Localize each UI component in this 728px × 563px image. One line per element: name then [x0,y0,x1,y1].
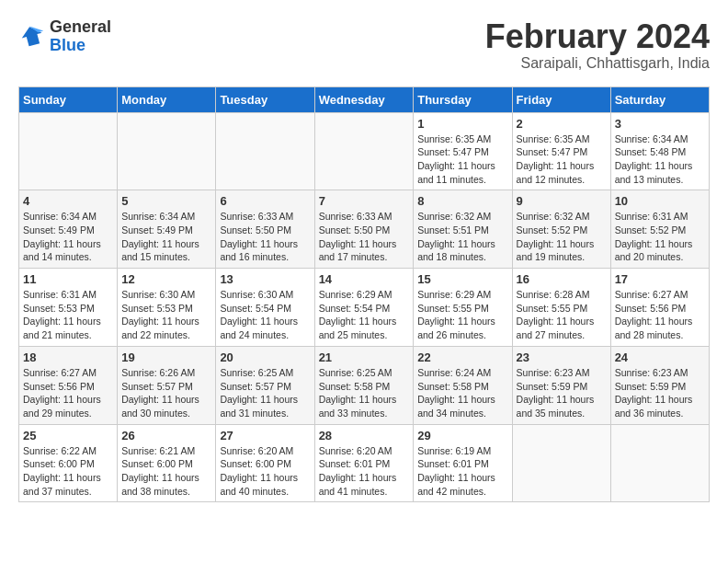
weekday-header-saturday: Saturday [610,86,709,112]
day-number: 19 [121,350,211,364]
calendar-cell: 5Sunrise: 6:34 AM Sunset: 5:49 PM Daylig… [118,190,216,269]
weekday-header-sunday: Sunday [19,86,118,112]
calendar-cell [512,424,610,502]
day-info: Sunrise: 6:22 AM Sunset: 6:00 PM Dayligh… [23,444,113,499]
day-number: 8 [417,194,507,208]
day-number: 9 [517,194,607,208]
day-number: 15 [417,272,507,286]
day-number: 26 [121,429,211,442]
weekday-header-wednesday: Wednesday [314,86,414,112]
day-info: Sunrise: 6:33 AM Sunset: 5:50 PM Dayligh… [319,210,410,264]
calendar-cell: 3Sunrise: 6:34 AM Sunset: 5:48 PM Daylig… [610,112,709,190]
calendar-header-row: SundayMondayTuesdayWednesdayThursdayFrid… [19,86,710,112]
calendar-cell: 1Sunrise: 6:35 AM Sunset: 5:47 PM Daylig… [414,112,512,190]
day-number: 27 [220,429,310,442]
calendar-cell: 9Sunrise: 6:32 AM Sunset: 5:52 PM Daylig… [512,190,610,269]
calendar-week-row: 18Sunrise: 6:27 AM Sunset: 5:56 PM Dayli… [19,346,710,424]
calendar-cell: 12Sunrise: 6:30 AM Sunset: 5:53 PM Dayli… [118,269,216,347]
day-number: 28 [319,429,410,442]
calendar-cell: 11Sunrise: 6:31 AM Sunset: 5:53 PM Dayli… [19,269,118,347]
day-number: 12 [121,272,211,286]
day-number: 11 [23,272,113,286]
day-number: 14 [319,272,410,286]
day-info: Sunrise: 6:30 AM Sunset: 5:54 PM Dayligh… [220,288,310,342]
calendar-cell: 4Sunrise: 6:34 AM Sunset: 5:49 PM Daylig… [19,190,118,269]
location-subtitle: Saraipali, Chhattisgarh, India [485,55,710,72]
day-info: Sunrise: 6:29 AM Sunset: 5:55 PM Dayligh… [417,288,507,342]
day-info: Sunrise: 6:26 AM Sunset: 5:57 PM Dayligh… [121,366,211,420]
weekday-header-monday: Monday [118,86,216,112]
calendar-cell: 10Sunrise: 6:31 AM Sunset: 5:52 PM Dayli… [610,190,709,269]
day-info: Sunrise: 6:28 AM Sunset: 5:55 PM Dayligh… [517,288,607,342]
day-info: Sunrise: 6:32 AM Sunset: 5:51 PM Dayligh… [417,210,507,264]
calendar-cell: 28Sunrise: 6:20 AM Sunset: 6:01 PM Dayli… [314,424,414,502]
day-number: 13 [220,272,310,286]
day-info: Sunrise: 6:25 AM Sunset: 5:58 PM Dayligh… [319,366,410,420]
day-number: 17 [615,272,705,286]
day-info: Sunrise: 6:34 AM Sunset: 5:49 PM Dayligh… [121,210,211,264]
day-info: Sunrise: 6:35 AM Sunset: 5:47 PM Dayligh… [517,132,607,187]
calendar-cell: 8Sunrise: 6:32 AM Sunset: 5:51 PM Daylig… [414,190,512,269]
day-number: 21 [319,350,410,364]
day-info: Sunrise: 6:25 AM Sunset: 5:57 PM Dayligh… [220,366,310,420]
calendar-cell: 13Sunrise: 6:30 AM Sunset: 5:54 PM Dayli… [216,269,314,347]
day-number: 7 [319,194,410,208]
calendar-cell [216,112,314,190]
calendar-week-row: 11Sunrise: 6:31 AM Sunset: 5:53 PM Dayli… [19,269,710,347]
weekday-header-tuesday: Tuesday [216,86,314,112]
day-info: Sunrise: 6:29 AM Sunset: 5:54 PM Dayligh… [319,288,410,342]
calendar-cell: 16Sunrise: 6:28 AM Sunset: 5:55 PM Dayli… [512,269,610,347]
calendar-cell: 25Sunrise: 6:22 AM Sunset: 6:00 PM Dayli… [19,424,118,502]
calendar-cell: 21Sunrise: 6:25 AM Sunset: 5:58 PM Dayli… [314,346,414,424]
calendar-cell: 18Sunrise: 6:27 AM Sunset: 5:56 PM Dayli… [19,346,118,424]
day-info: Sunrise: 6:24 AM Sunset: 5:58 PM Dayligh… [417,366,507,420]
day-info: Sunrise: 6:30 AM Sunset: 5:53 PM Dayligh… [121,288,211,342]
page-header: General Blue February 2024 Saraipali, Ch… [18,18,710,72]
calendar-cell [610,424,709,502]
calendar-week-row: 25Sunrise: 6:22 AM Sunset: 6:00 PM Dayli… [19,424,710,502]
day-number: 1 [417,117,507,131]
calendar-cell: 24Sunrise: 6:23 AM Sunset: 5:59 PM Dayli… [610,346,709,424]
day-info: Sunrise: 6:20 AM Sunset: 6:01 PM Dayligh… [319,444,410,499]
calendar-cell: 19Sunrise: 6:26 AM Sunset: 5:57 PM Dayli… [118,346,216,424]
day-info: Sunrise: 6:19 AM Sunset: 6:01 PM Dayligh… [417,444,507,499]
calendar-cell: 15Sunrise: 6:29 AM Sunset: 5:55 PM Dayli… [414,269,512,347]
logo-icon [18,23,46,51]
day-number: 22 [417,350,507,364]
day-info: Sunrise: 6:35 AM Sunset: 5:47 PM Dayligh… [417,132,507,187]
day-info: Sunrise: 6:34 AM Sunset: 5:49 PM Dayligh… [23,210,113,264]
day-number: 20 [220,350,310,364]
day-number: 25 [23,429,113,442]
calendar-cell [118,112,216,190]
day-info: Sunrise: 6:32 AM Sunset: 5:52 PM Dayligh… [517,210,607,264]
month-year-title: February 2024 [485,18,710,55]
calendar-cell: 29Sunrise: 6:19 AM Sunset: 6:01 PM Dayli… [414,424,512,502]
calendar-cell: 7Sunrise: 6:33 AM Sunset: 5:50 PM Daylig… [314,190,414,269]
calendar-cell: 23Sunrise: 6:23 AM Sunset: 5:59 PM Dayli… [512,346,610,424]
weekday-header-friday: Friday [512,86,610,112]
day-number: 2 [517,117,607,131]
day-info: Sunrise: 6:33 AM Sunset: 5:50 PM Dayligh… [220,210,310,264]
calendar-cell: 2Sunrise: 6:35 AM Sunset: 5:47 PM Daylig… [512,112,610,190]
calendar-cell: 6Sunrise: 6:33 AM Sunset: 5:50 PM Daylig… [216,190,314,269]
calendar-cell: 14Sunrise: 6:29 AM Sunset: 5:54 PM Dayli… [314,269,414,347]
day-number: 29 [417,429,507,442]
day-number: 24 [615,350,705,364]
day-info: Sunrise: 6:21 AM Sunset: 6:00 PM Dayligh… [121,444,211,499]
calendar-cell [314,112,414,190]
calendar-table: SundayMondayTuesdayWednesdayThursdayFrid… [18,86,710,503]
day-info: Sunrise: 6:31 AM Sunset: 5:53 PM Dayligh… [23,288,113,342]
calendar-cell: 26Sunrise: 6:21 AM Sunset: 6:00 PM Dayli… [118,424,216,502]
calendar-cell: 22Sunrise: 6:24 AM Sunset: 5:58 PM Dayli… [414,346,512,424]
day-number: 3 [615,117,705,131]
calendar-cell: 27Sunrise: 6:20 AM Sunset: 6:00 PM Dayli… [216,424,314,502]
calendar-week-row: 1Sunrise: 6:35 AM Sunset: 5:47 PM Daylig… [19,112,710,190]
day-number: 18 [23,350,113,364]
day-info: Sunrise: 6:34 AM Sunset: 5:48 PM Dayligh… [615,132,705,187]
calendar-cell: 20Sunrise: 6:25 AM Sunset: 5:57 PM Dayli… [216,346,314,424]
day-info: Sunrise: 6:31 AM Sunset: 5:52 PM Dayligh… [615,210,705,264]
logo: General Blue [18,18,111,55]
day-info: Sunrise: 6:27 AM Sunset: 5:56 PM Dayligh… [615,288,705,342]
calendar-week-row: 4Sunrise: 6:34 AM Sunset: 5:49 PM Daylig… [19,190,710,269]
day-number: 23 [517,350,607,364]
